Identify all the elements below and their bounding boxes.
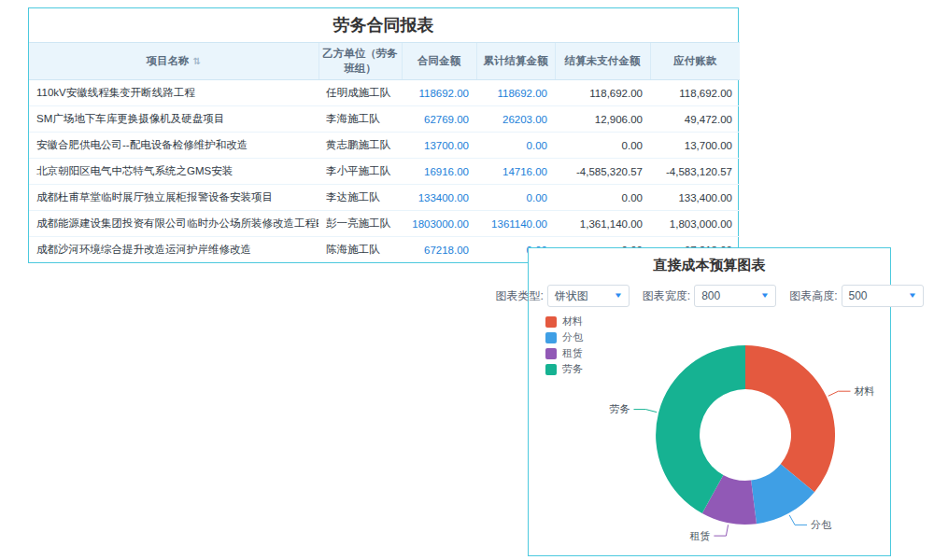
chart-title: 直接成本预算图表 (529, 257, 890, 274)
pie-label-line (789, 515, 807, 525)
legend-label: 租赁 (562, 346, 583, 360)
amount-cell: 14716.00 (476, 159, 555, 185)
chart-legend: 材料分包租赁劳务 (545, 314, 583, 377)
column-header-label: 应付账款 (673, 55, 716, 66)
amount-cell: 16916.00 (402, 159, 476, 185)
column-header-label: 项目名称 (147, 55, 190, 66)
amount-cell: 0.00 (476, 185, 555, 211)
legend-swatch (545, 332, 557, 343)
chevron-down-icon: ▼ (907, 292, 916, 300)
labor-contract-report-card: 劳务合同报表 项目名称⇅乙方单位（劳务班组）合同金额累计结算金额结算未支付金额应… (28, 7, 739, 263)
amount-cell: -4,585,320.57 (555, 159, 650, 185)
project-name-link[interactable]: 成都杜甫草堂临时展厅独立展柜报警设备安装项目 (29, 185, 318, 211)
report-table: 项目名称⇅乙方单位（劳务班组）合同金额累计结算金额结算未支付金额应付账款 110… (29, 42, 740, 262)
pie-slice[interactable] (745, 345, 835, 492)
pie-slice-label: 材料 (855, 385, 875, 397)
amount-cell: 0.00 (476, 133, 555, 159)
column-header-label: 合同金额 (417, 55, 460, 66)
amount-cell: 118,692.00 (555, 80, 650, 106)
project-name-link[interactable]: 北京朝阳区电气中芯特气系统之GMS安装 (29, 159, 318, 185)
chart-area: 材料分包租赁劳务 材料分包租赁劳务 (529, 304, 890, 555)
amount-cell: 0.00 (555, 185, 650, 211)
amount-cell: 118692.00 (476, 80, 555, 106)
amount-cell: 12,906.00 (555, 106, 650, 133)
amount-cell: 13700.00 (402, 133, 476, 159)
select-value: 800 (701, 289, 720, 302)
select-value: 饼状图 (555, 288, 588, 304)
pie-label-line (714, 525, 728, 536)
project-name-link[interactable]: SM广场地下车库更换摄像机及硬盘项目 (29, 106, 318, 133)
amount-cell: 1361140.00 (476, 211, 555, 237)
sort-icon[interactable]: ⇅ (193, 56, 201, 66)
column-header: 应付账款 (650, 43, 740, 80)
legend-item[interactable]: 分包 (545, 329, 583, 345)
pie-slice-label: 劳务 (610, 403, 630, 414)
amount-cell: -4,583,120.57 (650, 159, 740, 185)
select-value: 500 (849, 289, 868, 302)
amount-cell: 118692.00 (402, 80, 476, 106)
amount-cell: 1,361,140.00 (555, 211, 650, 237)
table-row: 成都能源建设集团投资有限公司临时办公场所装修改造工程EPC彭一亮施工队18030… (29, 211, 740, 237)
legend-item[interactable]: 材料 (545, 314, 583, 329)
amount-cell: 67218.00 (402, 237, 476, 263)
control-label: 图表类型: (495, 288, 543, 304)
table-row: 成都杜甫草堂临时展厅独立展柜报警设备安装项目李达施工队133400.000.00… (29, 185, 740, 211)
unit-cell: 黄志鹏施工队 (318, 133, 402, 159)
table-row: 110kV安徽线程集变开断线路工程任明成施工队118692.00118692.0… (29, 80, 740, 106)
project-name-link[interactable]: 安徽合肥供电公司--配电设备检修维护和改造 (29, 133, 318, 159)
column-header: 合同金额 (402, 43, 476, 80)
column-header: 累计结算金额 (476, 43, 555, 80)
pie-slice-label: 租赁 (689, 530, 710, 541)
column-header: 乙方单位（劳务班组） (318, 43, 402, 80)
control-label: 图表高度: (789, 288, 837, 304)
unit-cell: 陈海施工队 (318, 237, 402, 263)
column-header-label: 累计结算金额 (484, 55, 548, 66)
unit-cell: 彭一亮施工队 (318, 211, 402, 237)
unit-cell: 李小平施工队 (318, 159, 402, 185)
legend-item[interactable]: 租赁 (545, 345, 583, 361)
legend-swatch (545, 316, 557, 328)
amount-cell: 133400.00 (402, 185, 476, 211)
table-row: 安徽合肥供电公司--配电设备检修维护和改造黄志鹏施工队13700.000.000… (29, 133, 740, 159)
donut-chart: 材料分包租赁劳务 (529, 304, 890, 555)
amount-cell: 62769.00 (402, 106, 476, 133)
amount-cell: 49,472.00 (650, 106, 740, 133)
control-label: 图表宽度: (643, 288, 690, 304)
cost-budget-chart-panel: 直接成本预算图表 图表类型:饼状图▼图表宽度:800▼图表高度:500▼ 材料分… (528, 247, 891, 556)
chevron-down-icon: ▼ (614, 292, 623, 300)
unit-cell: 李海施工队 (318, 106, 402, 133)
legend-item[interactable]: 劳务 (545, 361, 583, 377)
legend-label: 劳务 (562, 362, 583, 376)
amount-cell: 0.00 (555, 133, 650, 159)
amount-cell: 118,692.00 (650, 80, 740, 106)
project-name-link[interactable]: 成都沙河环境综合提升改造运河护岸维修改造 (29, 237, 318, 263)
unit-cell: 任明成施工队 (318, 80, 402, 106)
column-header-label: 乙方单位（劳务班组） (322, 48, 398, 74)
legend-label: 材料 (562, 315, 583, 329)
unit-cell: 李达施工队 (318, 185, 402, 211)
chevron-down-icon: ▼ (760, 292, 770, 300)
pie-slice-label: 分包 (811, 519, 832, 530)
amount-cell: 1,803,000.00 (650, 211, 740, 237)
column-header[interactable]: 项目名称⇅ (29, 43, 318, 80)
amount-cell: 26203.00 (476, 106, 555, 133)
legend-label: 分包 (562, 330, 583, 344)
legend-swatch (545, 348, 557, 359)
project-name-link[interactable]: 110kV安徽线程集变开断线路工程 (29, 80, 318, 106)
project-name-link[interactable]: 成都能源建设集团投资有限公司临时办公场所装修改造工程EPC (29, 211, 318, 237)
legend-swatch (545, 364, 557, 375)
column-header: 结算未支付金额 (555, 43, 650, 80)
column-header-label: 结算未支付金额 (565, 55, 641, 66)
table-row: SM广场地下车库更换摄像机及硬盘项目李海施工队62769.0026203.001… (29, 106, 740, 133)
pie-label-line (634, 410, 658, 413)
pie-label-line (828, 391, 851, 396)
amount-cell: 133,400.00 (650, 185, 740, 211)
report-title: 劳务合同报表 (29, 8, 738, 42)
table-row: 北京朝阳区电气中芯特气系统之GMS安装李小平施工队16916.0014716.0… (29, 159, 740, 185)
amount-cell: 1803000.00 (402, 211, 476, 237)
amount-cell: 13,700.00 (650, 133, 740, 159)
